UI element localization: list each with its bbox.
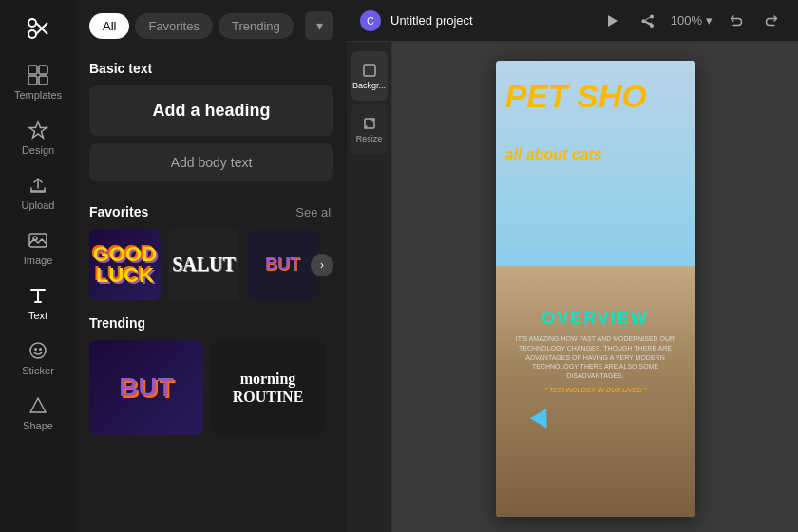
upload-icon [28, 175, 48, 196]
basic-text-title: Basic text [89, 61, 333, 76]
favorites-grid: GOODLUCK SALUT BUT › [89, 229, 333, 300]
share-button[interactable] [635, 8, 661, 34]
sidebar-item-label: Templates [14, 89, 62, 101]
svg-point-12 [34, 348, 37, 351]
resize-label: Resize [356, 134, 383, 143]
zoom-level: 100% [671, 13, 702, 28]
fav-item-but[interactable]: BUT [247, 229, 318, 300]
sidebar-item-label: Upload [22, 200, 55, 211]
background-label: Backgr... [352, 81, 386, 90]
canvas-overview-quote: " TECHNOLOGY IN OUR LIVES." [505, 387, 686, 393]
sidebar-item-label: Sticker [22, 365, 54, 376]
canvas-design-title: PET SHO [505, 80, 686, 112]
sidebar-item-upload[interactable]: Upload [6, 167, 70, 218]
add-body-button[interactable]: Add body text [89, 143, 333, 181]
but-fav-text: BUT [265, 255, 300, 275]
sidebar-item-text[interactable]: Text [6, 277, 70, 329]
image-icon [28, 230, 48, 251]
sidebar-item-sticker[interactable]: Sticker [6, 332, 70, 384]
canvas-mini-panel: Backgr... Resize [347, 42, 392, 532]
sidebar-item-label: Image [24, 255, 53, 266]
sidebar-item-templates[interactable]: Templates [6, 57, 70, 108]
templates-icon [28, 65, 48, 86]
svg-rect-6 [39, 66, 48, 74]
zoom-chevron-icon: ▾ [706, 13, 712, 28]
shape-icon [28, 395, 48, 416]
filter-bar: All Favorites Trending ▾ [76, 0, 347, 51]
add-heading-button[interactable]: Add a heading [89, 86, 333, 136]
zoom-indicator[interactable]: 100% ▾ [671, 13, 712, 28]
trending-grid: BUT morningROUTINE [89, 340, 333, 435]
trend-item-but[interactable]: BUT [89, 340, 203, 435]
favorites-title: Favorites [89, 204, 148, 219]
svg-point-11 [30, 343, 46, 358]
svg-rect-9 [29, 234, 47, 247]
canvas-overview-section: OVERVIEW IT'S AMAZING HOW FAST AND MODER… [505, 309, 686, 393]
canvas-design-subtitle: all about cats [505, 146, 686, 163]
project-icon: C [360, 10, 381, 31]
sidebar-item-shape[interactable]: Shape [6, 388, 70, 439]
canvas-toolbar: C Untitled project 100% ▾ [347, 0, 798, 42]
trend-item-morning[interactable]: morningROUTINE [211, 340, 325, 435]
fav-item-salut[interactable]: SALUT [168, 229, 239, 300]
favorites-section-header: Favorites See all [89, 204, 333, 219]
canvas-overview-title: OVERVIEW [505, 309, 686, 329]
app-logo [21, 11, 55, 46]
svg-rect-7 [28, 76, 37, 85]
svg-marker-14 [608, 15, 618, 27]
panel-scroll-area[interactable]: Basic text Add a heading Add body text F… [76, 51, 347, 532]
resize-mini-button[interactable]: Resize [352, 104, 388, 154]
design-canvas: PET SHO all about cats OVERVIEW IT'S AMA… [496, 61, 695, 517]
see-all-link[interactable]: See all [295, 205, 333, 219]
salut-text: SALUT [172, 254, 236, 276]
svg-point-13 [39, 348, 42, 351]
sticker-icon [28, 340, 48, 361]
favorites-next-button[interactable]: › [311, 254, 333, 276]
text-icon [28, 285, 48, 306]
good-luck-text: GOODLUCK [89, 240, 161, 290]
design-icon [28, 120, 48, 141]
sidebar-item-design[interactable]: Design [6, 112, 70, 163]
trending-title: Trending [89, 315, 333, 331]
filter-dropdown-button[interactable]: ▾ [305, 11, 333, 40]
background-mini-button[interactable]: Backgr... [352, 51, 388, 101]
text-panel: All Favorites Trending ▾ Basic text Add … [76, 0, 347, 532]
project-title: Untitled project [390, 13, 473, 28]
sidebar-item-label: Design [22, 144, 54, 156]
filter-trending-button[interactable]: Trending [218, 13, 294, 39]
svg-rect-5 [28, 66, 37, 74]
svg-rect-15 [364, 65, 375, 76]
filter-favorites-button[interactable]: Favorites [135, 13, 212, 39]
morning-routine-text: morningROUTINE [233, 370, 304, 406]
left-sidebar: Templates Design Upload Image [0, 0, 76, 532]
chevron-down-icon: ▾ [316, 18, 323, 33]
redo-button[interactable] [758, 8, 785, 34]
sidebar-item-label: Shape [23, 420, 53, 431]
play-button[interactable] [598, 8, 625, 34]
filter-all-button[interactable]: All [89, 13, 129, 39]
fav-item-good-luck[interactable]: GOODLUCK [89, 229, 161, 300]
but-trend-text: BUT [119, 372, 174, 403]
svg-rect-8 [39, 76, 48, 85]
canvas-viewport[interactable]: PET SHO all about cats OVERVIEW IT'S AMA… [392, 42, 798, 532]
canvas-overview-body: IT'S AMAZING HOW FAST AND MODERNISED OUR… [505, 334, 686, 381]
sidebar-item-label: Text [28, 310, 48, 321]
svg-rect-0 [23, 13, 53, 44]
canvas-main: Backgr... Resize PET SHO [347, 42, 798, 532]
sidebar-item-image[interactable]: Image [6, 222, 70, 274]
canvas-area: C Untitled project 100% ▾ [347, 0, 798, 532]
undo-button[interactable] [722, 8, 749, 34]
